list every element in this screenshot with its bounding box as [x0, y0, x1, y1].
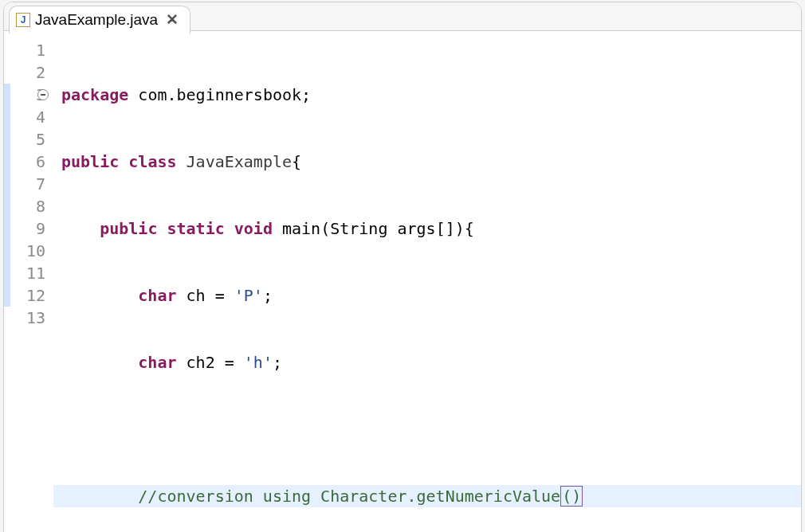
caret: (): [560, 486, 583, 507]
package-name: com.beginnersbook: [138, 85, 301, 104]
gutter: 1 2 3 4 5 6 7 8 9 10 11 12 13: [4, 39, 53, 532]
file-tab[interactable]: J JavaExample.java ✕: [9, 6, 190, 33]
fold-icon[interactable]: [37, 89, 49, 100]
change-marker: [4, 84, 10, 307]
editor-tab-bar: J JavaExample.java ✕: [4, 2, 801, 31]
current-line: //conversion using Character.getNumericV…: [53, 485, 801, 507]
method-main: main: [282, 219, 320, 238]
file-tab-label: JavaExample.java: [35, 11, 158, 29]
comment: //conversion using Character.getNumericV…: [138, 487, 560, 506]
class-name: JavaExample: [187, 152, 292, 171]
kw-package: package: [61, 85, 128, 104]
editor-panel: J JavaExample.java ✕ 1 2 3 4 5 6 7 8 9 1…: [3, 2, 802, 532]
code-text[interactable]: package com.beginnersbook; public class …: [53, 39, 801, 532]
java-file-icon: J: [16, 13, 30, 27]
close-icon[interactable]: ✕: [166, 10, 179, 29]
code-area[interactable]: 1 2 3 4 5 6 7 8 9 10 11 12 13 package co…: [4, 31, 801, 532]
